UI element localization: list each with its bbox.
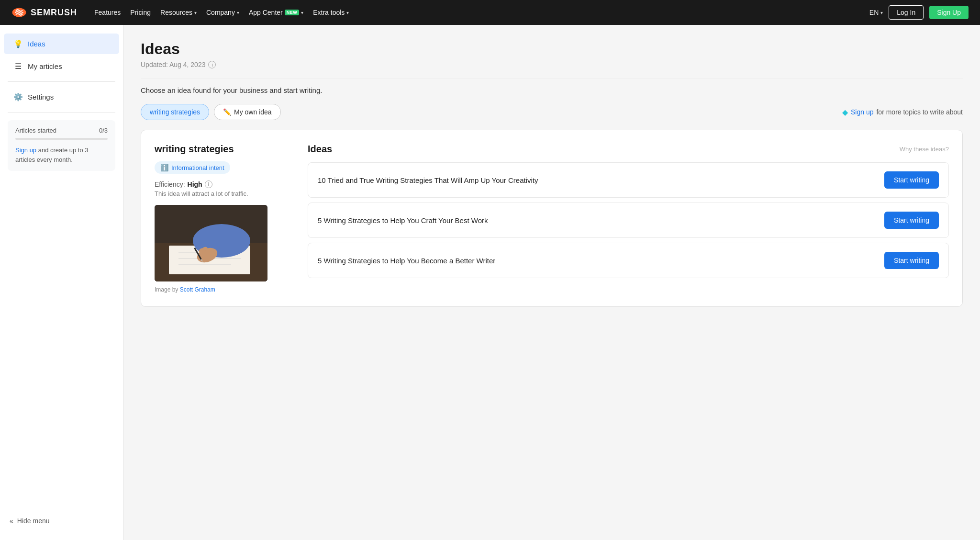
writing-scene-svg (155, 205, 267, 281)
sidebar: 💡 Ideas ☰ My articles ⚙️ Settings Articl… (0, 25, 123, 540)
nav-right: EN ▾ Log In Sign Up (869, 5, 969, 20)
top-navigation: SEMRUSH Features Pricing Resources ▾ Com… (0, 0, 980, 25)
sidebar-divider (8, 81, 115, 82)
tab-my-own-idea[interactable]: ✏️ My own idea (214, 104, 281, 120)
efficiency-description: This idea will attract a lot of traffic. (155, 190, 289, 197)
app-layout: 💡 Ideas ☰ My articles ⚙️ Settings Articl… (0, 25, 980, 540)
info-icon[interactable]: i (208, 61, 216, 68)
ideas-icon: 💡 (13, 39, 23, 48)
efficiency-row: Efficiency: High i (155, 180, 289, 188)
sidebar-divider-2 (8, 112, 115, 112)
idea-row: 5 Writing Strategies to Help You Craft Y… (308, 202, 949, 238)
pencil-icon: ✏️ (223, 108, 231, 116)
sidebar-item-settings[interactable]: ⚙️ Settings (4, 87, 119, 107)
new-badge: NEW (285, 10, 300, 15)
idea-text-1: 10 Tried and True Writing Strategies Tha… (318, 176, 884, 184)
idea-text-2: 5 Writing Strategies to Help You Craft Y… (318, 216, 884, 225)
hide-menu-button[interactable]: « Hide menu (0, 509, 123, 532)
intent-badge: ℹ️ Informational intent (155, 161, 230, 174)
tabs-row: writing strategies ✏️ My own idea ◆ Sign… (141, 104, 963, 120)
logo[interactable]: SEMRUSH (11, 7, 77, 18)
sidebar-signup-link[interactable]: Sign up (15, 146, 36, 154)
tab-writing-strategies[interactable]: writing strategies (141, 104, 209, 120)
start-writing-button-1[interactable]: Start writing (884, 171, 939, 189)
image-credit: Image by Scott Graham (155, 286, 289, 293)
signup-promo: Sign up and create up to 3 articles ever… (15, 146, 108, 164)
image-credit-link[interactable]: Scott Graham (180, 286, 215, 293)
page-subtitle: Choose an idea found for your business a… (141, 86, 963, 94)
right-panel: Ideas Why these ideas? 10 Tried and True… (308, 144, 949, 293)
chevron-down-icon: ▾ (237, 10, 239, 15)
signup-right-link[interactable]: Sign up (851, 108, 873, 116)
idea-text-3: 5 Writing Strategies to Help You Become … (318, 257, 884, 265)
articles-started-count: 0/3 (99, 127, 108, 134)
signup-button[interactable]: Sign Up (929, 6, 969, 19)
idea-row: 5 Writing Strategies to Help You Become … (308, 243, 949, 278)
sidebar-item-ideas[interactable]: 💡 Ideas (4, 34, 119, 54)
main-content: Ideas Updated: Aug 4, 2023 i Choose an i… (123, 25, 980, 540)
nav-pricing[interactable]: Pricing (130, 9, 151, 16)
idea-row: 10 Tried and True Writing Strategies Tha… (308, 162, 949, 198)
sidebar-stats-box: Articles started 0/3 Sign up and create … (8, 120, 115, 171)
sidebar-item-settings-label: Settings (28, 93, 54, 101)
chevron-down-icon: ▾ (346, 10, 349, 15)
articles-progress-bar (15, 138, 108, 140)
articles-started-label: Articles started (15, 127, 56, 134)
signup-promo-right: ◆ Sign up for more topics to write about (842, 108, 963, 117)
language-selector[interactable]: EN ▾ (869, 9, 883, 16)
sidebar-item-ideas-label: Ideas (28, 40, 45, 48)
hide-menu-icon: « (10, 517, 13, 525)
strategy-title: writing strategies (155, 144, 289, 155)
sidebar-item-my-articles[interactable]: ☰ My articles (4, 56, 119, 77)
efficiency-info-icon[interactable]: i (205, 180, 212, 188)
logo-text: SEMRUSH (31, 8, 77, 18)
efficiency-value: High (188, 180, 202, 188)
chevron-down-icon: ▾ (194, 10, 197, 15)
nav-app-center[interactable]: App Center NEW ▾ (249, 9, 303, 16)
login-button[interactable]: Log In (889, 5, 924, 20)
start-writing-button-3[interactable]: Start writing (884, 252, 939, 269)
ideas-section-title: Ideas (308, 144, 332, 155)
strategy-image (155, 205, 267, 281)
chevron-down-icon: ▾ (880, 10, 883, 15)
content-card: writing strategies ℹ️ Informational inte… (141, 130, 963, 307)
start-writing-button-2[interactable]: Start writing (884, 212, 939, 229)
page-title: Ideas (141, 40, 963, 58)
hide-menu-label: Hide menu (17, 517, 50, 525)
why-these-ideas-link[interactable]: Why these ideas? (900, 146, 949, 153)
nav-features[interactable]: Features (94, 9, 121, 16)
diamond-icon: ◆ (842, 108, 848, 117)
page-updated: Updated: Aug 4, 2023 i (141, 61, 963, 68)
chevron-down-icon: ▾ (301, 10, 303, 15)
settings-icon: ⚙️ (13, 92, 23, 101)
nav-links: Features Pricing Resources ▾ Company ▾ A… (94, 9, 856, 16)
info-circle-icon: ℹ️ (160, 164, 168, 171)
left-panel: writing strategies ℹ️ Informational inte… (155, 144, 289, 293)
nav-extra-tools[interactable]: Extra tools ▾ (313, 9, 349, 16)
section-divider (141, 78, 963, 79)
ideas-header: Ideas Why these ideas? (308, 144, 949, 155)
articles-icon: ☰ (13, 62, 23, 71)
nav-resources[interactable]: Resources ▾ (160, 9, 197, 16)
nav-company[interactable]: Company ▾ (206, 9, 239, 16)
sidebar-item-my-articles-label: My articles (28, 62, 62, 70)
